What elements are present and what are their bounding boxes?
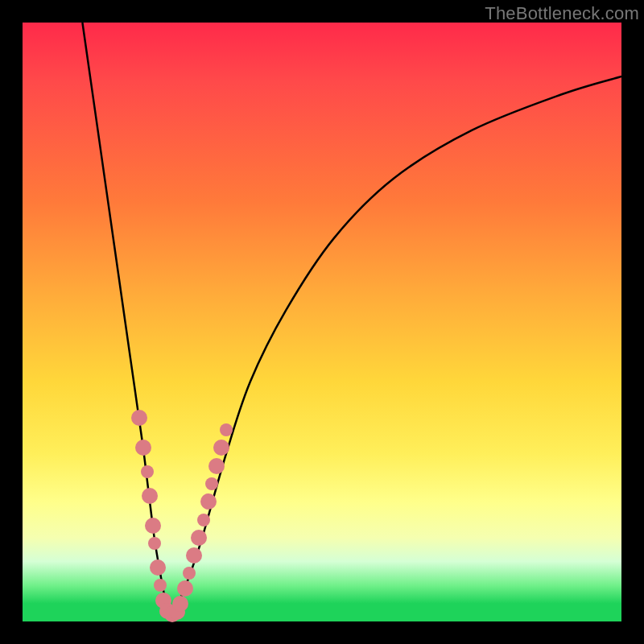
curve-svg	[23, 23, 621, 621]
watermark-text: TheBottleneck.com	[485, 3, 639, 24]
bottleneck-curve	[82, 23, 621, 616]
